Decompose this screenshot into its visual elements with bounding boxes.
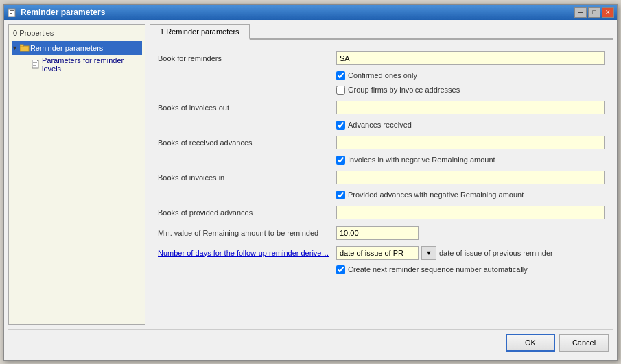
checkbox-advances-received[interactable]: [336, 121, 345, 130]
row-books-invoices-in: Books of invoices in: [158, 170, 605, 185]
label-min-remaining: Min. value of Remaining amount to be rem…: [158, 229, 336, 237]
input-books-invoices-out[interactable]: [336, 101, 605, 114]
label-follow-up[interactable]: Number of days for the follow-up reminde…: [158, 249, 336, 257]
main-window: Reminder parameters ─ □ ✕ 0 Properties ▼: [3, 4, 618, 361]
label-books-invoices-out: Books of invoices out: [158, 104, 336, 112]
row-group-firms: Group firms by invoice addresses: [336, 86, 605, 95]
checkbox-confirmed-only[interactable]: [336, 71, 345, 80]
tab-reminder[interactable]: 1 Reminder parameters: [150, 24, 250, 40]
label-provided-advances-negative: Provided advances with negative Remainin…: [348, 191, 524, 199]
content-area: 0 Properties ▼ Reminder parameters: [8, 24, 613, 325]
close-button[interactable]: ✕: [602, 7, 614, 18]
svg-rect-9: [33, 64, 37, 64]
input-book-reminders[interactable]: [336, 51, 605, 65]
left-panel: 0 Properties ▼ Reminder parameters: [8, 24, 145, 325]
checkbox-create-next-sequence[interactable]: [336, 265, 345, 274]
bottom-bar: OK Cancel: [8, 329, 613, 356]
right-panel: 1 Reminder parameters Book for reminders…: [150, 24, 613, 325]
tab-bar: 1 Reminder parameters: [150, 24, 613, 40]
row-books-provided-advances: Books of provided advances: [158, 205, 605, 220]
panel-header: 0 Properties: [12, 27, 142, 38]
follow-up-trailing-text: date of issue of previous reminder: [439, 249, 553, 257]
window-body: 0 Properties ▼ Reminder parameters: [4, 20, 617, 360]
label-books-received-advances: Books of received advances: [158, 138, 336, 147]
dropdown-button[interactable]: ▼: [421, 246, 436, 260]
title-bar: Reminder parameters ─ □ ✕: [4, 5, 617, 20]
tree-arrow: ▼: [12, 45, 18, 51]
window-title: Reminder parameters: [21, 8, 574, 17]
svg-rect-3: [10, 13, 12, 14]
minimize-button[interactable]: ─: [574, 7, 587, 18]
label-create-next-sequence: Create next reminder sequence number aut…: [348, 265, 528, 274]
row-confirmed-only: Confirmed ones only: [336, 71, 605, 80]
label-books-invoices-in: Books of invoices in: [158, 173, 336, 182]
svg-rect-2: [10, 12, 14, 12]
input-books-invoices-in[interactable]: [336, 171, 605, 184]
input-books-provided-advances[interactable]: [336, 206, 605, 219]
row-advances-received: Advances received: [336, 121, 605, 130]
label-book-reminders: Book for reminders: [158, 54, 336, 62]
window-controls: ─ □ ✕: [574, 7, 614, 18]
input-min-remaining[interactable]: [336, 226, 419, 240]
svg-rect-8: [33, 62, 37, 63]
label-group-firms: Group firms by invoice addresses: [348, 86, 460, 94]
row-books-invoices-out: Books of invoices out: [158, 100, 605, 115]
tree-item-params-levels[interactable]: Parameters for reminder levels: [12, 55, 142, 74]
window-icon: [7, 7, 18, 18]
follow-up-controls: ▼ date of issue of previous reminder: [336, 246, 605, 260]
maximize-button[interactable]: □: [588, 7, 600, 18]
folder-icon: [19, 43, 30, 53]
ok-button[interactable]: OK: [506, 334, 555, 352]
label-books-provided-advances: Books of provided advances: [158, 208, 336, 217]
label-confirmed-only: Confirmed ones only: [348, 71, 417, 80]
svg-rect-5: [20, 45, 23, 47]
row-follow-up: Number of days for the follow-up reminde…: [158, 246, 605, 260]
row-book-reminders: Book for reminders: [158, 51, 605, 66]
row-books-received-advances: Books of received advances: [158, 135, 605, 150]
svg-rect-1: [10, 10, 14, 11]
checkbox-provided-advances-negative[interactable]: [336, 191, 345, 199]
checkbox-group-firms[interactable]: [336, 86, 345, 95]
tree-label-reminder-params: Reminder parameters: [30, 44, 103, 52]
cancel-button[interactable]: Cancel: [559, 334, 609, 352]
row-min-remaining: Min. value of Remaining amount to be rem…: [158, 226, 605, 241]
input-follow-up-dropdown[interactable]: [336, 246, 419, 260]
label-advances-received: Advances received: [348, 121, 412, 129]
label-invoices-negative: Invoices in with negative Remaining amou…: [348, 156, 495, 164]
tree-item-reminder-params[interactable]: ▼ Reminder parameters: [12, 41, 142, 55]
row-create-next-sequence: Create next reminder sequence number aut…: [336, 265, 605, 274]
tree-label-params-levels: Parameters for reminder levels: [42, 56, 142, 73]
doc-icon: [31, 59, 42, 70]
input-books-received-advances[interactable]: [336, 136, 605, 149]
svg-rect-10: [33, 65, 36, 66]
row-provided-advances-negative: Provided advances with negative Remainin…: [336, 191, 605, 199]
checkbox-invoices-negative[interactable]: [336, 156, 345, 165]
row-invoices-negative: Invoices in with negative Remaining amou…: [336, 156, 605, 165]
form-area: Book for reminders Confirmed ones only G…: [150, 45, 613, 325]
